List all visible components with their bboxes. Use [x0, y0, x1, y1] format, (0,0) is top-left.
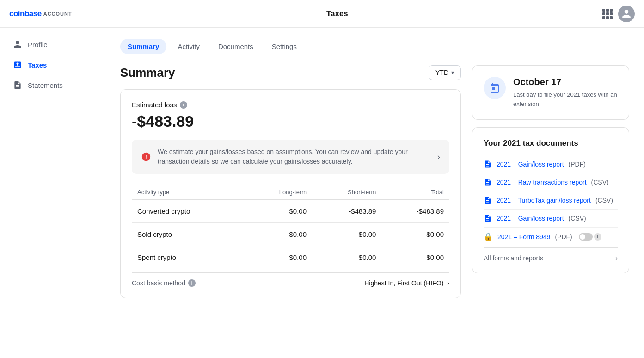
topnav-right — [602, 6, 635, 22]
cost-basis-row[interactable]: Cost basis method i Highest In, First Ou… — [132, 272, 449, 287]
activity-table: Activity type Long-term Short-term Total… — [132, 185, 449, 269]
cell-short-term: -$483.89 — [312, 200, 381, 223]
doc-item[interactable]: 2021 – Raw transactions report (CSV) — [484, 173, 618, 191]
person-icon — [13, 40, 22, 49]
cost-basis-info-icon[interactable]: i — [188, 279, 196, 287]
brand-account-label: ACCOUNT — [43, 11, 72, 17]
apps-grid-icon[interactable] — [602, 9, 613, 19]
brand-logo[interactable]: coinbase ACCOUNT — [9, 9, 72, 19]
toggle-badge[interactable]: i — [579, 233, 601, 241]
doc-link[interactable]: 2021 – TurboTax gain/loss report — [497, 197, 591, 204]
tab-summary[interactable]: Summary — [120, 39, 166, 54]
doc-type: (CSV) — [591, 179, 609, 186]
col-short-term: Short-term — [312, 185, 381, 200]
cell-long-term: $0.00 — [244, 223, 312, 246]
cost-basis-left: Cost basis method i — [132, 279, 196, 287]
document-icon — [484, 214, 492, 222]
topnav: coinbase ACCOUNT Taxes — [0, 0, 644, 28]
cost-basis-right: Highest In, First Out (HIFO) › — [364, 279, 449, 287]
brand: coinbase ACCOUNT — [9, 9, 72, 19]
document-icon — [484, 160, 492, 168]
ytd-dropdown[interactable]: YTD ▾ — [429, 65, 461, 80]
summary-heading: Summary — [120, 66, 175, 80]
doc-link[interactable]: 2021 – Gain/loss report — [497, 160, 564, 168]
doc-item[interactable]: 2021 – Gain/loss report (PDF) — [484, 155, 618, 173]
col-total: Total — [381, 185, 449, 200]
main-content: Summary Activity Documents Settings Summ… — [105, 28, 644, 358]
document-icon — [484, 178, 492, 186]
taxes-icon — [13, 60, 22, 69]
tab-bar: Summary Activity Documents Settings — [120, 39, 629, 54]
doc-link[interactable]: 2021 – Gain/loss report — [497, 215, 564, 222]
summary-header: Summary YTD ▾ — [120, 65, 461, 80]
deadline-info: October 17 Last day to file your 2021 ta… — [513, 77, 618, 108]
left-column: Summary YTD ▾ Estimated loss i -$483.89 — [120, 65, 461, 308]
cell-long-term: $0.00 — [244, 246, 312, 269]
sidebar-item-profile[interactable]: Profile — [4, 35, 101, 54]
main-layout: Profile Taxes Statements Summary Activit… — [0, 28, 644, 358]
tax-docs-card: Your 2021 tax documents 2021 – Gain/loss… — [472, 127, 629, 273]
alert-warning-icon: ! — [141, 152, 151, 162]
cell-total: $0.00 — [381, 223, 449, 246]
alert-banner: ! We estimate your gains/losses based on… — [132, 140, 449, 174]
cell-type: Converted crypto — [132, 200, 244, 223]
sidebar: Profile Taxes Statements — [0, 28, 105, 358]
page-title: Taxes — [326, 9, 348, 19]
cell-total: -$483.89 — [381, 200, 449, 223]
table-row: Converted crypto $0.00 -$483.89 -$483.89 — [132, 200, 449, 223]
info-badge[interactable]: i — [594, 233, 601, 241]
statements-icon — [13, 80, 22, 90]
cost-basis-value: Highest In, First Out (HIFO) — [364, 279, 443, 287]
doc-link[interactable]: 2021 – Raw transactions report — [497, 179, 587, 186]
doc-item[interactable]: 🔒 2021 – Form 8949 (PDF) i — [484, 228, 618, 246]
sidebar-item-statements[interactable]: Statements — [4, 76, 101, 94]
col-activity-type: Activity type — [132, 185, 244, 200]
alert-chevron-icon[interactable]: › — [437, 152, 440, 162]
lock-icon: 🔒 — [484, 232, 493, 241]
cost-basis-label: Cost basis method — [132, 279, 185, 287]
tab-activity[interactable]: Activity — [170, 39, 207, 54]
doc-type: (PDF) — [569, 160, 586, 168]
table-row: Spent crypto $0.00 $0.00 $0.00 — [132, 246, 449, 269]
calendar-icon — [484, 77, 506, 99]
deadline-description: Last day to file your 2021 taxes with an… — [513, 90, 618, 108]
svg-text:!: ! — [145, 154, 147, 160]
doc-item[interactable]: 2021 – Gain/loss report (CSV) — [484, 210, 618, 228]
doc-item[interactable]: 2021 – TurboTax gain/loss report (CSV) — [484, 191, 618, 210]
deadline-card: October 17 Last day to file your 2021 ta… — [472, 65, 629, 120]
sidebar-item-taxes[interactable]: Taxes — [4, 56, 101, 74]
table-row: Sold crypto $0.00 $0.00 $0.00 — [132, 223, 449, 246]
right-column: October 17 Last day to file your 2021 ta… — [472, 65, 629, 308]
user-avatar[interactable] — [618, 6, 635, 22]
all-forms-row[interactable]: All forms and reports › — [484, 247, 618, 262]
doc-type: (CSV) — [569, 215, 586, 222]
estimated-loss-value: -$483.89 — [132, 112, 449, 130]
sidebar-label-statements: Statements — [28, 81, 63, 89]
cost-basis-chevron-icon: › — [447, 279, 449, 287]
estimated-loss-info-icon[interactable]: i — [180, 101, 187, 109]
sidebar-label-taxes: Taxes — [28, 61, 47, 69]
all-forms-chevron-icon: › — [615, 254, 618, 262]
all-forms-label: All forms and reports — [484, 254, 543, 262]
brand-logo-text: coinbase — [9, 9, 42, 19]
doc-link[interactable]: 2021 – Form 8949 — [497, 233, 550, 241]
docs-list: 2021 – Gain/loss report (PDF) 2021 – Raw… — [484, 155, 618, 246]
tab-settings[interactable]: Settings — [264, 39, 304, 54]
doc-type: (PDF) — [555, 233, 572, 241]
cell-total: $0.00 — [381, 246, 449, 269]
cell-short-term: $0.00 — [312, 223, 381, 246]
summary-card: Estimated loss i -$483.89 ! We estimate … — [120, 89, 461, 298]
document-icon — [484, 196, 492, 204]
sidebar-label-profile: Profile — [28, 41, 48, 49]
doc-type: (CSV) — [595, 197, 613, 204]
tab-documents[interactable]: Documents — [211, 39, 261, 54]
cell-type: Spent crypto — [132, 246, 244, 269]
ytd-label: YTD — [435, 69, 448, 76]
col-long-term: Long-term — [244, 185, 312, 200]
deadline-date: October 17 — [513, 77, 618, 87]
tax-docs-title: Your 2021 tax documents — [484, 139, 618, 148]
cell-short-term: $0.00 — [312, 246, 381, 269]
cell-long-term: $0.00 — [244, 200, 312, 223]
alert-text: We estimate your gains/losses based on a… — [158, 147, 431, 167]
deadline-header: October 17 Last day to file your 2021 ta… — [484, 77, 618, 108]
